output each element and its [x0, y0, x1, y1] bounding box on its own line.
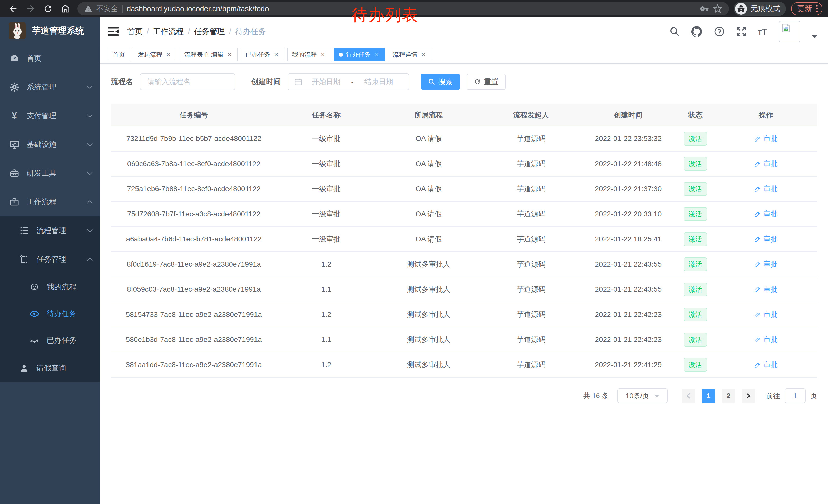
- search-button[interactable]: 搜索: [421, 74, 460, 90]
- approve-link[interactable]: 审批: [754, 159, 778, 169]
- starter-cell: 芋道源码: [482, 302, 581, 327]
- prev-page-button[interactable]: [681, 388, 695, 403]
- status-badge: 激活: [684, 132, 707, 146]
- task-id-cell: 580e1b3d-7ac8-11ec-a9e2-a2380e71991a: [111, 327, 277, 352]
- tab-label: 待办任务: [346, 50, 371, 59]
- breadcrumb-workflow[interactable]: 工作流程: [153, 27, 184, 37]
- sidebar-item-todo-tasks[interactable]: 待办任务: [0, 301, 100, 327]
- forward-icon[interactable]: [23, 3, 38, 15]
- task-id-cell: 069c6a63-7b8a-11ec-8ef0-acde48001122: [111, 151, 277, 176]
- approve-link[interactable]: 审批: [754, 284, 778, 294]
- browser-menu-icon[interactable]: [816, 5, 818, 12]
- approve-label: 审批: [763, 234, 778, 244]
- key-icon[interactable]: [700, 4, 709, 13]
- sidebar-item-workflow[interactable]: 工作流程: [0, 188, 100, 216]
- action-cell: 审批: [715, 277, 817, 302]
- column-header: 任务编号: [111, 104, 277, 126]
- view-tab[interactable]: 待办任务: [334, 48, 385, 61]
- fullscreen-icon[interactable]: [736, 26, 747, 37]
- next-page-button[interactable]: [742, 388, 755, 403]
- view-tab[interactable]: 已办任务: [241, 48, 284, 61]
- chevron-down-icon: [87, 172, 93, 175]
- approve-link[interactable]: 审批: [754, 260, 778, 269]
- column-header: 流程发起人: [482, 104, 581, 126]
- sidebar-item-devtools[interactable]: 研发工具: [0, 159, 100, 188]
- sidebar-item-label: 任务管理: [36, 254, 87, 265]
- monitor-icon: [9, 139, 20, 150]
- close-icon[interactable]: [273, 51, 279, 58]
- sidebar-item-system[interactable]: 系统管理: [0, 73, 100, 101]
- sidebar-item-payment[interactable]: ¥ 支付管理: [0, 101, 100, 130]
- browser-update-button[interactable]: 更新: [791, 2, 822, 15]
- reload-icon[interactable]: [41, 3, 55, 15]
- page-1-button[interactable]: 1: [702, 388, 715, 403]
- create-time-cell: 2022-01-21 22:43:55: [580, 277, 676, 302]
- gear-icon: [9, 82, 20, 92]
- sidebar-collapse-icon[interactable]: [108, 27, 119, 36]
- close-icon[interactable]: [374, 51, 380, 58]
- chevron-up-icon: [87, 258, 93, 261]
- reset-button[interactable]: 重置: [466, 74, 506, 90]
- tags-view-bar: 首页 发起流程 流程表单-编辑 已办任务: [100, 46, 828, 63]
- sidebar-item-home[interactable]: 首页: [0, 44, 100, 73]
- approve-link[interactable]: 审批: [754, 134, 778, 144]
- approve-label: 审批: [763, 134, 778, 144]
- starter-cell: 芋道源码: [482, 126, 581, 151]
- back-icon[interactable]: [6, 3, 20, 15]
- sidebar-item-label: 待办任务: [47, 309, 93, 319]
- view-tab[interactable]: 首页: [108, 48, 130, 61]
- avatar[interactable]: [779, 21, 800, 42]
- status-badge: 激活: [684, 232, 707, 246]
- sidebar-item-leave-query[interactable]: 请假查询: [0, 354, 100, 382]
- sidebar: 芋道管理系统 首页 系统管理 ¥ 支付管理: [0, 17, 100, 504]
- github-icon[interactable]: [691, 26, 703, 37]
- app-logo-row[interactable]: 芋道管理系统: [0, 17, 100, 44]
- close-icon[interactable]: [420, 51, 426, 58]
- close-icon[interactable]: [320, 51, 326, 58]
- view-tab[interactable]: 我的流程: [287, 48, 331, 61]
- view-tab[interactable]: 流程表单-编辑: [179, 48, 238, 61]
- sidebar-item-label: 系统管理: [27, 82, 87, 92]
- approve-link[interactable]: 审批: [754, 184, 778, 194]
- sidebar-item-label: 工作流程: [27, 197, 87, 207]
- approve-link[interactable]: 审批: [754, 234, 778, 244]
- process-name-input[interactable]: [140, 73, 235, 90]
- sidebar-item-done-tasks[interactable]: 已办任务: [0, 327, 100, 354]
- view-tab[interactable]: 流程详情: [388, 48, 431, 61]
- approve-link[interactable]: 审批: [754, 209, 778, 219]
- sidebar-item-my-process[interactable]: 我的流程: [0, 274, 100, 301]
- column-header: 状态: [676, 104, 715, 126]
- home-icon[interactable]: [58, 3, 73, 15]
- close-icon[interactable]: [165, 51, 172, 58]
- view-tab[interactable]: 发起流程: [133, 48, 176, 61]
- status-badge: 激活: [684, 258, 707, 271]
- sidebar-item-process-mgmt[interactable]: 流程管理: [0, 216, 100, 245]
- search-icon[interactable]: [669, 26, 680, 37]
- font-size-icon[interactable]: TT: [758, 27, 768, 37]
- goto-page-input[interactable]: [785, 388, 806, 403]
- approve-link[interactable]: 审批: [754, 360, 778, 370]
- sidebar-item-infrastructure[interactable]: 基础设施: [0, 130, 100, 159]
- page-unit-label: 页: [810, 391, 817, 401]
- create-time-cell: 2022-01-21 22:41:29: [580, 352, 676, 377]
- approve-link[interactable]: 审批: [754, 310, 778, 319]
- page-2-button[interactable]: 2: [721, 388, 735, 403]
- status-badge: 激活: [684, 157, 707, 171]
- close-icon[interactable]: [226, 51, 233, 58]
- table-row: 8f059c03-7ac8-11ec-a9e2-a2380e71991a 1.1…: [111, 277, 817, 302]
- incognito-label: 无痕模式: [750, 4, 780, 14]
- sidebar-item-task-mgmt[interactable]: 任务管理: [0, 245, 100, 274]
- approve-link[interactable]: 审批: [754, 335, 778, 345]
- approve-label: 审批: [763, 209, 778, 219]
- date-range-picker[interactable]: 开始日期 - 结束日期: [288, 73, 409, 90]
- task-id-cell: 75d72608-7b7f-11ec-a3c8-acde48001122: [111, 201, 277, 227]
- page-size-select[interactable]: 10条/页: [617, 388, 668, 403]
- help-icon[interactable]: [714, 26, 724, 37]
- process-cell: OA 请假: [376, 151, 482, 176]
- status-badge: 激活: [684, 358, 707, 372]
- bookmark-star-icon[interactable]: [713, 4, 722, 13]
- table-body: 73211d9d-7b9b-11ec-b5b7-acde48001122 一级审…: [111, 126, 817, 377]
- breadcrumb-home[interactable]: 首页: [127, 27, 142, 37]
- avatar-caret-icon[interactable]: [812, 35, 818, 39]
- breadcrumb-task-mgmt[interactable]: 任务管理: [194, 27, 225, 37]
